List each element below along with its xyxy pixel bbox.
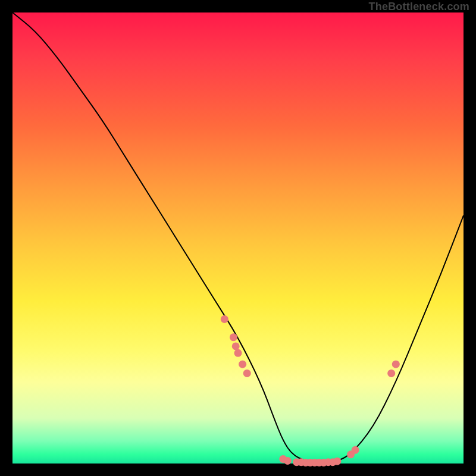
data-point bbox=[239, 361, 246, 368]
data-point bbox=[333, 458, 341, 465]
data-point bbox=[232, 342, 240, 350]
chart-overlay bbox=[12, 12, 464, 464]
marker-group bbox=[221, 315, 400, 466]
bottleneck-curve bbox=[12, 12, 464, 464]
data-point bbox=[221, 315, 228, 323]
watermark-text: TheBottleneck.com bbox=[369, 1, 469, 13]
data-point bbox=[392, 361, 400, 368]
data-point bbox=[387, 369, 395, 377]
chart-frame: TheBottleneck.com bbox=[12, 12, 464, 464]
data-point bbox=[230, 333, 237, 341]
data-point bbox=[234, 349, 242, 357]
data-point bbox=[284, 457, 292, 465]
data-point bbox=[352, 446, 359, 454]
data-point bbox=[243, 369, 251, 377]
